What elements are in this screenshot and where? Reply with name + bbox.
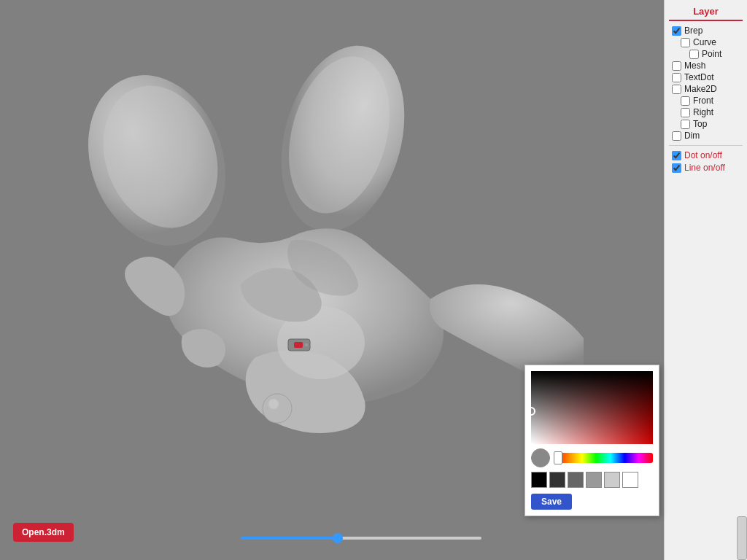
checkbox-front[interactable] bbox=[681, 96, 690, 106]
checkbox-point[interactable] bbox=[689, 50, 699, 59]
toggle-item-dot-toggle: Dot on/off bbox=[669, 150, 743, 160]
panel-divider bbox=[669, 145, 743, 146]
label-brep[interactable]: Brep bbox=[684, 26, 703, 36]
checkbox-line-toggle[interactable] bbox=[672, 163, 681, 173]
toggle-item-line-toggle: Line on/off bbox=[669, 163, 743, 173]
label-front[interactable]: Front bbox=[693, 96, 713, 106]
svg-point-8 bbox=[263, 394, 292, 423]
label-right[interactable]: Right bbox=[693, 107, 713, 117]
checkbox-mesh[interactable] bbox=[672, 61, 681, 71]
color-picker-cursor bbox=[527, 407, 535, 416]
color-swatch-1[interactable] bbox=[549, 472, 565, 488]
label-line-toggle[interactable]: Line on/off bbox=[684, 163, 725, 173]
checkbox-right[interactable] bbox=[681, 108, 690, 117]
color-swatch-0[interactable] bbox=[531, 472, 547, 488]
checkbox-dim[interactable] bbox=[672, 131, 681, 141]
svg-rect-6 bbox=[294, 342, 303, 348]
svg-rect-7 bbox=[305, 343, 308, 346]
color-swatches-row bbox=[531, 472, 653, 488]
layer-item-brep: Brep bbox=[669, 26, 743, 36]
timeline-slider-container bbox=[241, 537, 481, 540]
checkbox-curve[interactable] bbox=[681, 38, 690, 47]
checkbox-top[interactable] bbox=[681, 120, 690, 129]
layer-item-dim: Dim bbox=[669, 131, 743, 141]
layer-item-front: Front bbox=[669, 96, 743, 106]
layer-item-make2d: Make2D bbox=[669, 84, 743, 94]
label-textdot[interactable]: TextDot bbox=[684, 72, 714, 82]
label-mesh[interactable]: Mesh bbox=[684, 61, 705, 71]
layer-list: BrepCurvePointMeshTextDotMake2DFrontRigh… bbox=[669, 26, 743, 141]
label-dot-toggle[interactable]: Dot on/off bbox=[684, 150, 722, 160]
panel-scrollbar[interactable] bbox=[737, 516, 747, 560]
checkbox-make2d[interactable] bbox=[672, 85, 681, 94]
open-3dm-button[interactable]: Open.3dm bbox=[13, 523, 74, 542]
checkbox-dot-toggle[interactable] bbox=[672, 151, 681, 160]
panel-title: Layer bbox=[669, 6, 743, 21]
hue-row bbox=[531, 448, 653, 467]
layer-item-top: Top bbox=[669, 119, 743, 129]
current-color-swatch bbox=[531, 448, 550, 467]
color-swatch-5[interactable] bbox=[622, 472, 638, 488]
layer-item-right: Right bbox=[669, 107, 743, 117]
label-make2d[interactable]: Make2D bbox=[684, 84, 717, 94]
layer-item-textdot: TextDot bbox=[669, 72, 743, 82]
color-picker-panel[interactable]: Save bbox=[525, 365, 659, 516]
color-swatch-2[interactable] bbox=[568, 472, 584, 488]
layer-item-point: Point bbox=[669, 49, 743, 59]
toggle-list: Dot on/offLine on/off bbox=[669, 150, 743, 173]
label-top[interactable]: Top bbox=[693, 119, 707, 129]
save-color-button[interactable]: Save bbox=[531, 494, 572, 510]
color-gradient-picker[interactable] bbox=[531, 371, 653, 444]
color-swatch-3[interactable] bbox=[586, 472, 602, 488]
svg-point-9 bbox=[268, 399, 279, 409]
layer-item-mesh: Mesh bbox=[669, 61, 743, 71]
label-point[interactable]: Point bbox=[702, 49, 721, 59]
checkbox-brep[interactable] bbox=[672, 26, 681, 36]
3d-model bbox=[36, 22, 584, 459]
hue-slider[interactable] bbox=[554, 453, 653, 463]
label-curve[interactable]: Curve bbox=[693, 37, 716, 47]
layer-panel: Layer BrepCurvePointMeshTextDotMake2DFro… bbox=[664, 0, 747, 560]
timeline-slider[interactable] bbox=[241, 537, 481, 540]
layer-item-curve: Curve bbox=[669, 37, 743, 47]
checkbox-textdot[interactable] bbox=[672, 73, 681, 82]
color-swatch-4[interactable] bbox=[604, 472, 620, 488]
label-dim[interactable]: Dim bbox=[684, 131, 700, 141]
